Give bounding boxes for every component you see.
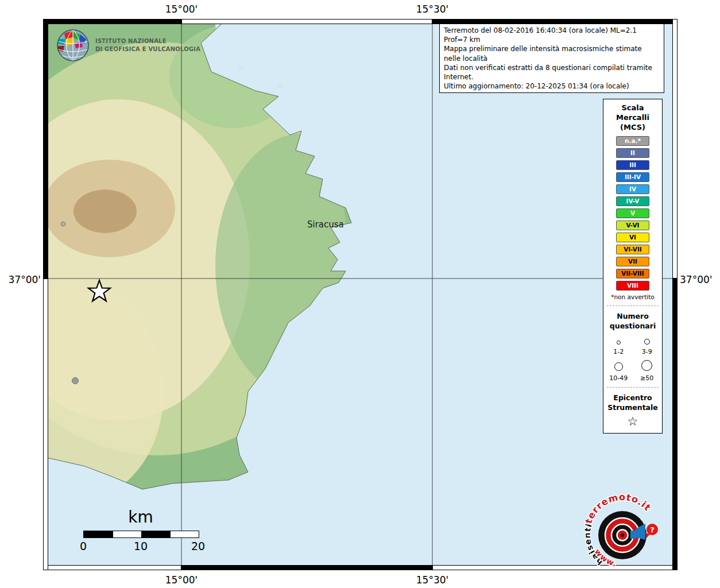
map-frame-segment: [181, 565, 432, 570]
scale-bar-segment: [84, 531, 113, 537]
legend-title: Scala Mercalli (MCS): [603, 103, 662, 133]
scale-bar-segment: [170, 531, 199, 537]
questionnaire-size-item: 1-2: [605, 336, 632, 355]
scale-bar: [83, 531, 199, 538]
epicenter-title-line1: Epicentro: [603, 393, 662, 403]
questionnaire-size-label: 1-2: [605, 348, 632, 355]
questionnaire-size-item: 10-49: [605, 362, 632, 382]
axis-label-bottom-right: 15°30': [404, 574, 461, 586]
map-frame-segment: [181, 19, 432, 24]
lake-pixel: [277, 83, 282, 88]
ingv-name-line1: ISTITUTO NAZIONALE: [95, 37, 200, 46]
mcs-chip-II: II: [616, 148, 649, 158]
ingv-name: ISTITUTO NAZIONALE DI GEOFISICA E VULCAN…: [95, 37, 200, 54]
scalebar-tick-20: 20: [187, 540, 210, 552]
info-line-update: Ultimo aggiornamento: 20-12-2025 01:34 (…: [444, 82, 660, 91]
map-frame-segment: [43, 19, 181, 24]
map-frame-segment: [672, 19, 678, 278]
questionnaire-size-row-1: 1-2 3-9: [603, 336, 662, 355]
axis-label-top-right: 15°30': [404, 3, 461, 15]
event-info-box: Terremoto del 08-02-2016 16:40:34 (ora l…: [439, 24, 664, 93]
felt-report-dot: [72, 378, 79, 384]
legend-footnote: *non avvertito: [603, 293, 662, 300]
questionnaire-size-item: ≥50: [634, 360, 660, 382]
mcs-chip-VII: VII: [616, 257, 649, 266]
legend-panel: Scala Mercalli (MCS) n.a.*IIIIIIII-IVIVI…: [603, 99, 663, 434]
mcs-chip-VIII: VIII: [616, 281, 649, 291]
scalebar-tick-10: 10: [129, 540, 152, 552]
lake-pixel: [238, 66, 243, 71]
ingv-logo: [56, 29, 90, 62]
epicenter-star-icon: ☆: [603, 416, 662, 428]
questionnaire-size-row-2: 10-49 ≥50: [603, 360, 662, 382]
questionnaire-dot-1-2-icon: [617, 341, 621, 345]
questionnaire-size-label: ≥50: [634, 374, 660, 382]
questionnaire-title-line2: questionari: [603, 321, 662, 331]
map-frame-segment: [672, 278, 678, 570]
mcs-chip-V-VI: V-VI: [616, 220, 649, 230]
info-line-data: Dati non verificati estratti da 8 questi…: [444, 63, 660, 82]
axis-label-right: 37°00': [680, 274, 720, 285]
axis-label-left: 37°00': [0, 274, 41, 285]
epicenter-title: Epicentro Strumentale: [603, 393, 662, 413]
legend-title-line1: Scala: [603, 103, 662, 113]
mcs-chip-VII-VIII: VII-VIII: [616, 269, 649, 278]
epicenter-title-line2: Strumentale: [603, 403, 662, 413]
questionnaire-title: Numero questionari: [603, 311, 662, 331]
questionnaire-dot-50plus-icon: [641, 360, 652, 371]
map-frame-segment: [43, 19, 48, 278]
scalebar-tick-0: 0: [72, 540, 95, 552]
mcs-chip-IV: IV: [616, 184, 649, 194]
mcs-chip-III-IV: III-IV: [616, 172, 649, 182]
map-frame-segment: [43, 565, 181, 570]
map-frame-segment: [43, 278, 48, 570]
mcs-chip-III: III: [616, 160, 649, 170]
legend-separator: [607, 305, 659, 306]
scale-bar-segment: [113, 531, 141, 537]
question-mark: ?: [650, 525, 655, 534]
legend-separator: [607, 387, 659, 388]
mcs-chip-n.a.*: n.a.*: [616, 136, 649, 146]
felt-report-dot: [61, 222, 65, 226]
mcs-chip-VI: VI: [616, 233, 649, 242]
info-line-event: Terremoto del 08-02-2016 16:40:34 (ora l…: [444, 26, 660, 44]
scalebar-unit-label: km: [112, 508, 169, 527]
haisentitoilterremoto-logo: ? terremoto.it haisentito www.: [581, 492, 667, 578]
scale-bar-segment: [141, 531, 170, 537]
questionnaire-size-label: 10-49: [605, 374, 632, 382]
legend-title-line2: Mercalli: [603, 113, 662, 123]
axis-label-bottom-left: 15°00': [153, 574, 210, 586]
legend-title-line3: (MCS): [603, 123, 662, 133]
axis-label-top-left: 15°00': [153, 3, 210, 15]
questionnaire-title-line1: Numero: [603, 311, 662, 322]
ingv-name-line2: DI GEOFISICA E VULCANOLOGIA: [95, 45, 200, 54]
info-line-map: Mappa preliminare delle intensità macros…: [444, 44, 660, 63]
macroseismic-map-page: Siracusa 15°00' 15°30' 15°00' 15°30' 37°…: [0, 0, 720, 588]
mcs-chip-V: V: [616, 208, 649, 218]
questionnaire-dot-10-49-icon: [614, 362, 623, 371]
questionnaire-size-label: 3-9: [634, 348, 660, 355]
map-canvas: Siracusa: [43, 19, 678, 570]
siracusa-label: Siracusa: [307, 219, 344, 230]
mcs-chip-VI-VII: VI-VII: [616, 245, 649, 254]
questionnaire-dot-3-9-icon: [644, 339, 650, 345]
questionnaire-size-item: 3-9: [634, 336, 660, 355]
mcs-scale-chips: n.a.*IIIIIIII-IVIVIV-VVV-VIVIVI-VIIVIIVI…: [603, 136, 662, 291]
ingv-logo-block: ISTITUTO NAZIONALE DI GEOFISICA E VULCAN…: [56, 29, 200, 62]
mcs-chip-IV-V: IV-V: [616, 196, 649, 206]
target-center-dot: [621, 533, 624, 537]
